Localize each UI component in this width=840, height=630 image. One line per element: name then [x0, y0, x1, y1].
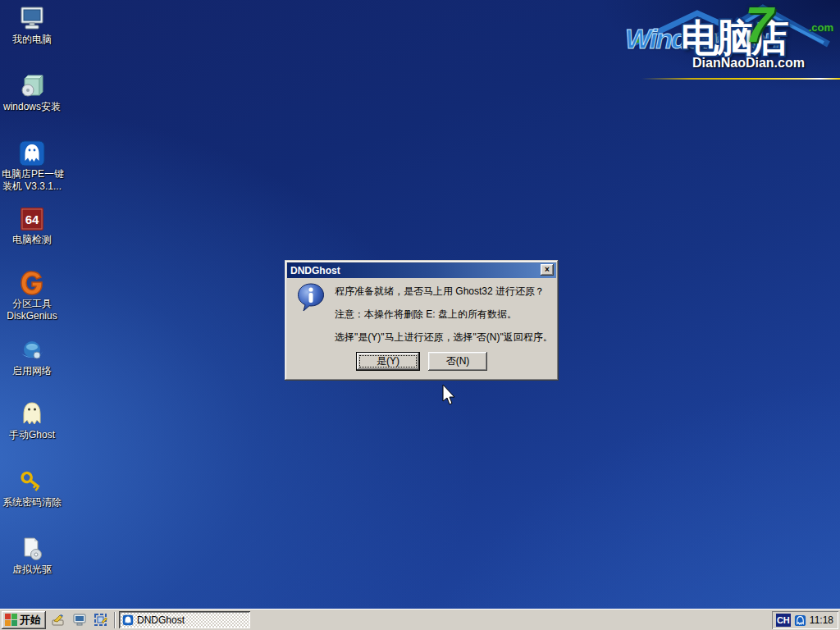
dialog-title-text: DNDGhost	[290, 265, 340, 276]
mouse-cursor	[441, 384, 458, 410]
desktop-icon-label: 启用网络	[2, 366, 62, 377]
desktop-icon-diskgenius[interactable]: 分区工具 DiskGenius	[2, 269, 62, 322]
computer-icon	[18, 5, 46, 33]
desktop-icon-label: 电脑检测	[2, 235, 62, 245]
desktop-icon-password-clear[interactable]: 系统密码清除	[2, 468, 62, 508]
dndghost-dialog: DNDGhost × 程序准备就绪，是否马上用 Ghost32 进行还原？ 注意…	[285, 260, 559, 381]
system-tray: CH 11:18	[772, 611, 838, 629]
language-indicator[interactable]: CH	[776, 614, 791, 627]
start-button[interactable]: 开始	[2, 611, 46, 629]
close-icon[interactable]: ×	[541, 264, 554, 276]
installer-icon	[18, 72, 46, 100]
start-label: 开始	[20, 613, 41, 628]
desktop-icon-pc-check[interactable]: 64 电脑检测	[2, 205, 62, 245]
no-button[interactable]: 否(N)	[428, 352, 487, 371]
logo-underline	[641, 78, 840, 80]
computer-quicklaunch-icon[interactable]	[71, 611, 89, 629]
desktop-icon-pe-one-key[interactable]: 电脑店PE一键 装机 V3.3.1...	[2, 139, 62, 192]
diannaodian-logo: Windows7en 电脑店 7 .com DianNaoDian.com	[623, 2, 838, 80]
desktop-icon-virtual-drive[interactable]: 虚拟光驱	[2, 535, 62, 575]
network-icon	[18, 336, 46, 364]
taskbar-task-dndghost[interactable]: DNDGhost	[119, 611, 250, 628]
show-desktop-icon[interactable]	[49, 611, 67, 629]
dialog-titlebar[interactable]: DNDGhost ×	[287, 262, 556, 278]
logo-site-text: DianNaoDian.com	[692, 56, 805, 71]
key-icon	[18, 468, 46, 495]
logo-com: .com	[809, 21, 833, 34]
ghost-app-icon	[18, 139, 46, 167]
ghost-tray-icon[interactable]	[794, 614, 806, 627]
desktop-icon-label: 我的电脑	[2, 34, 62, 45]
dialog-buttons: 是(Y) 否(N)	[285, 352, 559, 371]
dialog-message-line1: 程序准备就绪，是否马上用 Ghost32 进行还原？	[335, 285, 545, 299]
svg-text:64: 64	[25, 212, 39, 226]
desktop-edit-icon[interactable]	[92, 611, 110, 629]
desktop-icon-label: windows安装	[2, 102, 62, 112]
desktop-icon-my-computer[interactable]: 我的电脑	[2, 5, 62, 45]
desktop-icon-label: 虚拟光驱	[2, 564, 62, 575]
desktop-icon-label: 电脑店PE一键	[2, 169, 62, 180]
yes-button[interactable]: 是(Y)	[356, 352, 420, 371]
desktop-icon-label2: DiskGenius	[2, 311, 62, 322]
diskgenius-icon	[18, 269, 46, 297]
logo-seven: 7	[745, 0, 773, 53]
clock[interactable]: 11:18	[810, 614, 833, 626]
taskbar: 开始	[0, 609, 840, 630]
desktop-icon-label: 系统密码清除	[2, 497, 62, 508]
desktop-icon-label: 分区工具	[2, 299, 62, 309]
start-icon	[5, 614, 17, 626]
desktop-icon-label2: 装机 V3.3.1...	[2, 181, 62, 192]
desktop-icon-manual-ghost[interactable]: 手动Ghost	[2, 400, 62, 441]
desktop-icon-windows-install[interactable]: windows安装	[2, 72, 62, 112]
dialog-message-line3: 选择"是(Y)"马上进行还原，选择"否(N)"返回程序。	[335, 331, 553, 345]
dialog-message-line2: 注意：本操作将删除 E: 盘上的所有数据。	[335, 308, 517, 322]
taskbar-divider	[114, 612, 116, 628]
disc-icon	[18, 535, 46, 563]
task-label: DNDGhost	[137, 614, 185, 626]
desktop-icon-enable-network[interactable]: 启用网络	[2, 336, 62, 377]
info-icon	[297, 283, 325, 313]
ghost-icon	[18, 400, 46, 428]
64-icon: 64	[18, 205, 46, 233]
ghost-task-icon	[122, 614, 134, 626]
screen: Windows7en 电脑店 7 .com DianNaoDian.com 我的…	[0, 0, 840, 630]
desktop-icon-label: 手动Ghost	[2, 430, 62, 441]
